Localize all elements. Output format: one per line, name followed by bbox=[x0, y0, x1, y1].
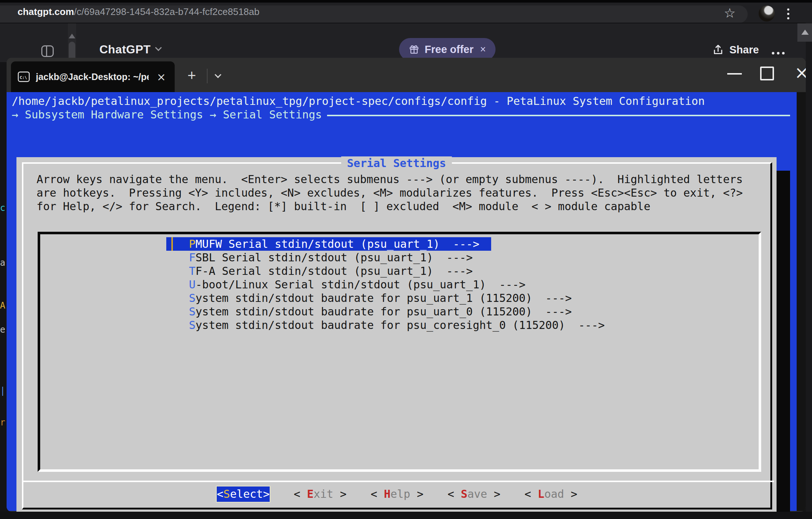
free-offer-close-icon[interactable]: × bbox=[480, 44, 486, 55]
menu-item-fsbl-serial[interactable]: FSBL Serial stdin/stdout (psu_uart_1) --… bbox=[166, 251, 473, 264]
dialog-buttons: <Select> < Exit > < Help > < Save > < Lo… bbox=[22, 486, 772, 502]
conversation-options-icon[interactable] bbox=[772, 52, 785, 54]
terminal-scrollbar[interactable] bbox=[797, 92, 806, 511]
free-offer-label: Free offer bbox=[425, 43, 474, 56]
tab-separator bbox=[207, 69, 208, 83]
exit-button[interactable]: < Exit > bbox=[294, 486, 347, 502]
cmd-icon: C:\ bbox=[18, 71, 30, 82]
svg-text:C:\: C:\ bbox=[20, 75, 27, 80]
background-page-fragment: e bbox=[0, 325, 6, 335]
menuconfig-dialog: Serial Settings Arrow keys navigate the … bbox=[16, 157, 777, 512]
select-button[interactable]: <Select> bbox=[217, 486, 270, 502]
minimize-button[interactable] bbox=[727, 73, 742, 75]
share-button[interactable]: Share bbox=[712, 43, 759, 56]
terminal-screen: /home/jackb/petalinux_projects/petalinux… bbox=[7, 92, 797, 511]
chevron-down-icon[interactable] bbox=[155, 44, 162, 51]
page-scroll-up-button[interactable] bbox=[797, 23, 812, 42]
menuconfig-breadcrumb: → Subsystem Hardware Settings → Serial S… bbox=[12, 108, 790, 121]
profile-avatar[interactable] bbox=[759, 5, 775, 22]
url-path: /c/69a47298-1454-832a-b744-fcf2ce8518ab bbox=[74, 6, 259, 17]
window-close-button[interactable]: × bbox=[792, 61, 806, 84]
tab-dropdown-icon[interactable] bbox=[215, 71, 221, 78]
scroll-up-icon[interactable] bbox=[69, 34, 75, 38]
free-offer-badge[interactable]: Free offer × bbox=[399, 38, 496, 61]
dialog-title: Serial Settings bbox=[341, 156, 452, 170]
background-page-fragment: A bbox=[0, 300, 6, 311]
url-domain: chatgpt.com bbox=[18, 6, 74, 17]
menu-item-baudrate-uart0[interactable]: System stdin/stdout baudrate for psu_uar… bbox=[166, 305, 572, 318]
terminal-window: C:\ jackb@Jack-Desktop: ~/petali × + × /… bbox=[7, 58, 806, 512]
background-page-fragment: c bbox=[0, 203, 6, 213]
menu-item-baudrate-coresight[interactable]: System stdin/stdout baudrate for psu_cor… bbox=[166, 318, 605, 332]
screenshot-root: chatgpt.com/c/69a47298-1454-832a-b744-fc… bbox=[0, 0, 812, 519]
scroll-up-icon bbox=[801, 30, 809, 35]
browser-menu-icon[interactable] bbox=[787, 8, 789, 19]
model-switcher[interactable]: ChatGPT bbox=[99, 43, 151, 56]
page-scrollbar[interactable] bbox=[806, 23, 812, 519]
button-separator bbox=[22, 481, 774, 482]
bookmark-star-icon[interactable]: ☆ bbox=[722, 6, 737, 20]
menu-list: PMUFW Serial stdin/stdout (psu_uart_1) -… bbox=[166, 237, 605, 332]
load-button[interactable]: < Load > bbox=[524, 486, 577, 502]
tab-close-icon[interactable]: × bbox=[155, 71, 168, 83]
terminal-tab-title: jackb@Jack-Desktop: ~/petali bbox=[36, 72, 149, 82]
sidebar-toggle-icon[interactable] bbox=[41, 45, 54, 57]
share-upload-icon bbox=[712, 43, 724, 56]
gift-icon bbox=[409, 44, 420, 55]
background-page-fragment: r bbox=[0, 417, 6, 428]
menu-item-uboot-serial[interactable]: U-boot/Linux Serial stdin/stdout (psu_ua… bbox=[166, 278, 525, 291]
menuconfig-title-line: /home/jackb/petalinux_projects/petalinux… bbox=[12, 94, 705, 108]
maximize-button[interactable] bbox=[760, 67, 774, 80]
dialog-help-text: Arrow keys navigate the menu. <Enter> se… bbox=[37, 173, 743, 213]
breadcrumb-rule bbox=[327, 115, 790, 116]
background-page-fragment: | bbox=[0, 386, 6, 396]
menu-item-tfa-serial[interactable]: TF-A Serial stdin/stdout (psu_uart_1) --… bbox=[166, 264, 473, 278]
help-button[interactable]: < Help > bbox=[371, 486, 424, 502]
window-bottom-edge bbox=[0, 512, 812, 519]
terminal-titlebar[interactable]: C:\ jackb@Jack-Desktop: ~/petali × + × bbox=[7, 58, 806, 92]
save-button[interactable]: < Save > bbox=[448, 486, 501, 502]
terminal-tab[interactable]: C:\ jackb@Jack-Desktop: ~/petali × bbox=[11, 61, 175, 92]
sidebar-scrollbar[interactable] bbox=[68, 23, 76, 63]
new-tab-button[interactable]: + bbox=[187, 68, 196, 83]
page-url[interactable]: chatgpt.com/c/69a47298-1454-832a-b744-fc… bbox=[18, 6, 259, 18]
browser-toolbar: chatgpt.com/c/69a47298-1454-832a-b744-fc… bbox=[0, 0, 812, 23]
menu-item-pmufw-serial[interactable]: PMUFW Serial stdin/stdout (psu_uart_1) -… bbox=[166, 237, 491, 251]
share-label: Share bbox=[729, 44, 759, 56]
menu-item-baudrate-uart1[interactable]: System stdin/stdout baudrate for psu_uar… bbox=[166, 291, 572, 305]
chatgpt-header: ChatGPT Free offer × Share bbox=[0, 23, 806, 62]
background-page-fragment: a bbox=[0, 258, 6, 268]
